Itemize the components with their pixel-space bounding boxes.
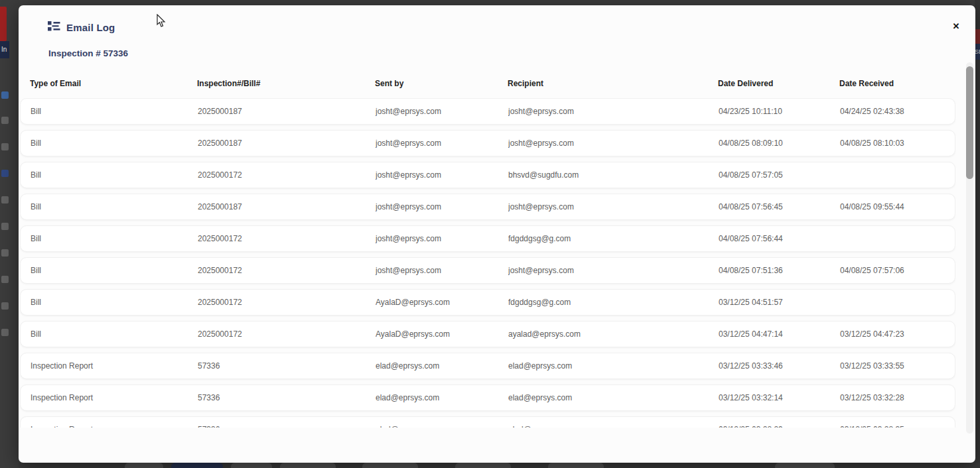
- cell-date-received: 03/12/25 04:47:23: [840, 329, 955, 339]
- column-header-date-received: Date Received: [839, 79, 955, 88]
- cell-type-of-email: Bill: [31, 139, 198, 148]
- column-header-date-delivered: Date Delivered: [718, 79, 839, 88]
- background-button: [231, 463, 272, 468]
- email-log-table-body: Bill 2025000187 josht@eprsys.com josht@e…: [20, 98, 955, 428]
- vertical-scrollbar-track[interactable]: [966, 62, 973, 434]
- cell-sent-by: josht@eprsys.com: [376, 107, 508, 116]
- cell-inspection-bill-number: 2025000172: [198, 266, 376, 275]
- column-header-sent-by: Sent by: [375, 79, 508, 88]
- cell-type-of-email: Inspection Report: [31, 425, 198, 428]
- cell-date-delivered: 03/12/25 03:28:29: [719, 425, 840, 428]
- sidebar-flag-icon: [1, 170, 9, 177]
- table-row: Bill 2025000172 AyalaD@eprsys.com fdgddg…: [20, 289, 955, 316]
- cell-recipient: elad@eprsys.com: [508, 361, 719, 371]
- cell-inspection-bill-number: 2025000172: [198, 329, 376, 339]
- cell-inspection-bill-number: 2025000172: [198, 170, 376, 180]
- cell-type-of-email: Bill: [31, 202, 198, 211]
- cell-type-of-email: Inspection Report: [31, 393, 198, 402]
- cell-type-of-email: Bill: [31, 298, 198, 307]
- inspection-number-subtitle: Inspection # 57336: [48, 48, 128, 58]
- background-button: [125, 463, 163, 468]
- modal-header: Email Log: [48, 21, 115, 34]
- cell-sent-by: josht@eprsys.com: [376, 202, 508, 211]
- sidebar-list-icon: [1, 302, 9, 310]
- cell-sent-by: AyalaD@eprsys.com: [376, 329, 508, 339]
- cell-recipient: bhsvd@sugdfu.com: [508, 170, 719, 180]
- cell-date-delivered: 04/08/25 07:51:36: [719, 266, 840, 275]
- background-button-active: [171, 463, 223, 468]
- cell-recipient: fdgddgsg@g.com: [508, 234, 719, 243]
- cell-type-of-email: Bill: [31, 107, 198, 116]
- table-row: Bill 2025000187 josht@eprsys.com josht@e…: [20, 98, 955, 125]
- sidebar-file-icon: [1, 143, 9, 150]
- cell-sent-by: elad@eprsys.com: [376, 425, 508, 428]
- cell-date-received: 04/08/25 09:55:44: [840, 202, 955, 211]
- table-row: Inspection Report 57336 elad@eprsys.com …: [20, 416, 955, 428]
- table-row: Bill 2025000172 josht@eprsys.com josht@e…: [20, 257, 955, 284]
- table-row: Bill 2025000172 josht@eprsys.com bhsvd@s…: [20, 162, 955, 188]
- background-right-image-fragment: [975, 29, 980, 44]
- cell-date-received: 04/08/25 08:10:03: [840, 139, 955, 148]
- background-tab-fragment-left: In: [0, 41, 9, 58]
- table-row: Bill 2025000187 josht@eprsys.com josht@e…: [20, 194, 955, 220]
- cell-sent-by: AyalaD@eprsys.com: [376, 298, 508, 307]
- cell-sent-by: josht@eprsys.com: [376, 234, 508, 243]
- cell-date-delivered: 03/12/25 03:33:46: [719, 361, 840, 371]
- background-button: [455, 463, 511, 468]
- cell-recipient: josht@eprsys.com: [508, 139, 719, 148]
- column-header-number: Inspection#/Bill#: [197, 79, 375, 88]
- cell-inspection-bill-number: 57336: [198, 393, 376, 402]
- cell-type-of-email: Bill: [31, 329, 198, 339]
- cell-inspection-bill-number: 57336: [198, 361, 376, 371]
- cell-date-delivered: 04/08/25 07:56:44: [719, 234, 840, 243]
- column-header-type: Type of Email: [30, 79, 197, 88]
- table-row: Inspection Report 57336 elad@eprsys.com …: [20, 353, 955, 379]
- cell-recipient: josht@eprsys.com: [508, 202, 719, 211]
- vertical-scrollbar-thumb[interactable]: [966, 66, 973, 179]
- cell-sent-by: josht@eprsys.com: [376, 170, 508, 180]
- cell-inspection-bill-number: 57336: [198, 425, 376, 428]
- modal-title: Email Log: [66, 22, 115, 33]
- background-button: [362, 463, 418, 468]
- cell-date-received: 03/12/25 03:32:28: [840, 393, 955, 402]
- sidebar-tools-icon: [1, 249, 9, 257]
- cell-date-delivered: 03/12/25 04:51:57: [719, 298, 840, 307]
- background-tab-fragment-right: SE: [975, 44, 980, 60]
- sidebar-info-icon: [1, 91, 9, 99]
- background-sidebar-strip: [0, 0, 19, 468]
- sidebar-settings-icon: [1, 276, 9, 283]
- cell-type-of-email: Bill: [31, 170, 198, 180]
- cell-inspection-bill-number: 2025000187: [198, 139, 376, 148]
- cell-date-received: 03/12/25 03:33:55: [840, 361, 955, 371]
- cell-type-of-email: Bill: [31, 266, 198, 275]
- cell-date-delivered: 03/12/25 04:47:14: [719, 329, 840, 339]
- email-log-modal: Email Log Inspection # 57336 ✕ Type of E…: [19, 5, 975, 463]
- cell-recipient: elad@eprsys.com: [508, 393, 719, 402]
- table-row: Bill 2025000172 AyalaD@eprsys.com ayalad…: [20, 321, 955, 347]
- close-button[interactable]: ✕: [949, 20, 963, 33]
- cell-date-delivered: 03/12/25 03:32:14: [719, 393, 840, 402]
- background-button: [280, 463, 336, 468]
- table-row: Inspection Report 57336 elad@eprsys.com …: [20, 384, 955, 411]
- sidebar-clock-icon: [1, 196, 9, 204]
- table-row: Bill 2025000172 josht@eprsys.com fdgddgs…: [20, 225, 955, 252]
- cell-recipient: josht@eprsys.com: [508, 266, 719, 275]
- column-header-recipient: Recipient: [508, 79, 718, 88]
- cell-date-delivered: 04/08/25 07:57:05: [719, 170, 840, 180]
- cell-recipient: josht@eprsys.com: [508, 107, 719, 116]
- cell-date-received: 03/12/25 03:28:35: [840, 425, 955, 428]
- cell-recipient: fdgddgsg@g.com: [508, 298, 719, 307]
- cell-sent-by: elad@eprsys.com: [376, 393, 508, 402]
- background-bottom-toolbar: [19, 463, 980, 468]
- sidebar-document-icon: [1, 117, 9, 124]
- background-right-strip: [975, 0, 980, 468]
- cell-date-delivered: 04/23/25 10:11:10: [719, 107, 840, 116]
- cell-inspection-bill-number: 2025000172: [198, 298, 376, 307]
- cell-sent-by: josht@eprsys.com: [376, 266, 508, 275]
- table-header-row: Type of Email Inspection#/Bill# Sent by …: [20, 74, 955, 93]
- cell-inspection-bill-number: 2025000187: [198, 107, 376, 116]
- sidebar-pencil-icon: [1, 223, 9, 230]
- background-button: [548, 463, 604, 468]
- cell-inspection-bill-number: 2025000172: [198, 234, 376, 243]
- cell-recipient: elad@eprsys.com: [508, 425, 719, 428]
